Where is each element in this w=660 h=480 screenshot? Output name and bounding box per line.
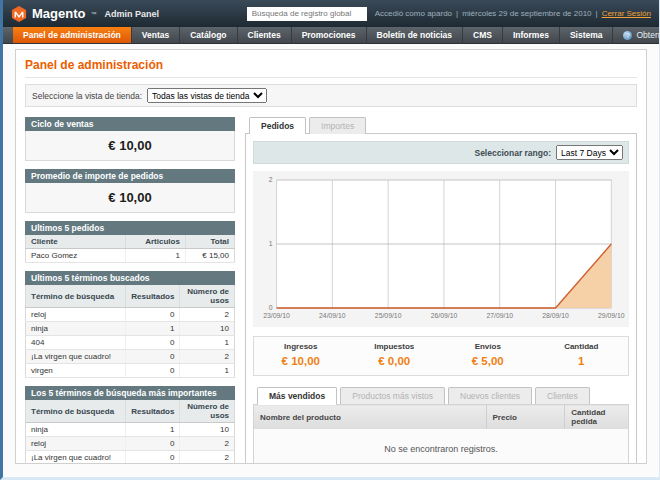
chart-tabs: PedidosImportes xyxy=(245,117,637,134)
tab-mas-vendidos[interactable]: Más vendidos xyxy=(257,387,337,404)
table-cell: Paco Gomez xyxy=(26,249,126,263)
table-cell: 404 xyxy=(26,336,126,350)
average-orders-block: Promedio de importe de pedidos € 10,00 xyxy=(25,169,235,213)
svg-text:28/09/10: 28/09/10 xyxy=(542,312,569,319)
stat-label: Ingresos xyxy=(254,342,348,351)
stat-value: € 10,00 xyxy=(282,355,320,367)
lifetime-sales-value: € 10,00 xyxy=(25,131,235,161)
orders-tab-panel: Seleccionar rango: Last 7 Days 01223/09/… xyxy=(245,133,637,464)
tab-clientes[interactable]: Clientes xyxy=(535,387,590,404)
svg-text:2: 2 xyxy=(269,176,273,183)
nav-item-boletin-de-noticias[interactable]: Boletín de noticias xyxy=(367,27,464,43)
table-row: virgen01 xyxy=(26,364,235,378)
block-title: Ultimos 5 términos buscados xyxy=(25,271,235,285)
table-cell: 0 xyxy=(126,451,180,465)
nav-item-sistema[interactable]: Sistema xyxy=(560,27,614,43)
column-header: Número de usos xyxy=(180,285,235,308)
top-search-table: Término de búsquedaResultadosNúmero de u… xyxy=(25,400,235,464)
stat-ingresos: Ingresos€ 10,00 xyxy=(254,342,348,369)
table-row: ninja110 xyxy=(26,423,235,437)
block-title: Ciclo de ventas xyxy=(25,117,235,131)
totals-bar: Ingresos€ 10,00Impuestos€ 0,00Envíos€ 5,… xyxy=(253,336,629,376)
page-title: Panel de administración xyxy=(25,58,637,78)
table-cell: virgen xyxy=(26,364,126,378)
brand-trademark: ™ xyxy=(90,11,96,17)
main-navigation: Panel de administraciónVentasCatálogoCli… xyxy=(3,27,659,44)
current-date: miércoles 29 de septiembre de 2010 xyxy=(462,9,591,18)
table-row: ¡La virgen que cuadro!02 xyxy=(26,350,235,364)
table-cell: 2 xyxy=(180,437,235,451)
logged-in-as: Accedió como apardo xyxy=(375,9,452,18)
nav-item-promociones[interactable]: Promociones xyxy=(292,27,367,43)
table-row: reloj02 xyxy=(26,308,235,322)
column-header: Total xyxy=(185,235,234,249)
nav-item-panel-de-administracion[interactable]: Panel de administración xyxy=(13,27,132,43)
column-header: Precio xyxy=(486,405,565,430)
table-row: ¡La virgen que cuadro!02 xyxy=(26,451,235,465)
products-grid: Nombre del productoPrecioCantidad pedida… xyxy=(253,404,629,464)
table-cell: 0 xyxy=(126,336,180,350)
stat-cantidad: Cantidad1 xyxy=(535,342,629,369)
table-cell: 1 xyxy=(126,322,180,336)
block-title: Los 5 términos de búsqueda más important… xyxy=(25,386,235,400)
last-search-table: Término de búsquedaResultadosNúmero de u… xyxy=(25,285,235,378)
nav-item-clientes[interactable]: Clientes xyxy=(238,27,292,43)
table-row: reloj02 xyxy=(26,437,235,451)
table-cell: ¡La virgen que cuadro! xyxy=(26,451,126,465)
table-cell: ¡La virgen que cuadro! xyxy=(26,350,126,364)
tab-productos-mas-vistos[interactable]: Productos más vistos xyxy=(340,387,445,404)
table-cell: 2 xyxy=(180,308,235,322)
tab-importes[interactable]: Importes xyxy=(309,117,366,134)
table-cell: 0 xyxy=(126,308,180,322)
help-label: Obtener ayuda para esta página xyxy=(636,30,660,40)
column-header: Nombre del producto xyxy=(254,405,487,430)
nav-item-catalogo[interactable]: Catálogo xyxy=(180,27,237,43)
help-link[interactable]: ? Obtener ayuda para esta página xyxy=(613,27,660,43)
stat-envios: Envíos€ 5,00 xyxy=(441,342,535,369)
block-title: Ultimos 5 pedidos xyxy=(25,221,235,235)
column-header: Término de búsqueda xyxy=(26,285,126,308)
last-orders-block: Ultimos 5 pedidos ClienteArticulosTotalP… xyxy=(25,221,235,263)
logout-link[interactable]: Cerrar Sesión xyxy=(602,9,651,18)
brand-subtitle: Admin Panel xyxy=(104,9,159,19)
store-view-select[interactable]: Todas las vistas de tienda xyxy=(147,88,267,103)
svg-text:1: 1 xyxy=(269,240,273,247)
table-cell: reloj xyxy=(26,437,126,451)
table-cell: 10 xyxy=(180,423,235,437)
column-header: Resultados xyxy=(126,285,180,308)
range-select[interactable]: Last 7 Days xyxy=(556,145,623,160)
last-orders-table: ClienteArticulosTotalPaco Gomez1€ 15,00 xyxy=(25,235,235,263)
stat-label: Envíos xyxy=(441,342,535,351)
content-area: Panel de administración Seleccione la vi… xyxy=(3,44,659,476)
stat-value: 1 xyxy=(578,355,584,367)
table-cell: € 15,00 xyxy=(185,249,234,263)
svg-text:27/09/10: 27/09/10 xyxy=(486,312,513,319)
nav-item-cms[interactable]: CMS xyxy=(463,27,503,43)
tab-nuevos-clientes[interactable]: Nuevos clientes xyxy=(448,387,532,404)
dashboard-card: Panel de administración Seleccione la vi… xyxy=(15,49,647,464)
stat-label: Cantidad xyxy=(535,342,629,351)
nav-item-informes[interactable]: Informes xyxy=(503,27,560,43)
stat-value: € 5,00 xyxy=(472,355,504,367)
svg-text:24/09/10: 24/09/10 xyxy=(319,312,346,319)
magento-admin-window: Magento™ Admin Panel Accedió como apardo… xyxy=(0,0,660,480)
user-info: Accedió como apardo | miércoles 29 de se… xyxy=(375,9,651,18)
orders-area-chart: 01223/09/1024/09/1025/09/1026/09/1027/09… xyxy=(255,174,627,326)
svg-text:29/09/10: 29/09/10 xyxy=(598,312,625,319)
table-row: 40401 xyxy=(26,336,235,350)
nav-items: Panel de administraciónVentasCatálogoCli… xyxy=(13,27,613,43)
orders-chart-container: 01223/09/1024/09/1025/09/1026/09/1027/09… xyxy=(253,171,629,327)
svg-text:23/09/10: 23/09/10 xyxy=(263,312,290,319)
column-header: Término de búsqueda xyxy=(26,400,126,423)
range-bar: Seleccionar rango: Last 7 Days xyxy=(253,141,629,164)
column-header: Cliente xyxy=(26,235,126,249)
lifetime-sales-block: Ciclo de ventas € 10,00 xyxy=(25,117,235,161)
column-header: Cantidad pedida xyxy=(565,405,629,430)
stat-impuestos: Impuestos€ 0,00 xyxy=(348,342,442,369)
nav-item-ventas[interactable]: Ventas xyxy=(132,27,180,43)
tab-pedidos[interactable]: Pedidos xyxy=(249,117,306,134)
global-search-input[interactable] xyxy=(247,7,367,21)
store-view-bar: Seleccione la vista de tienda: Todas las… xyxy=(25,84,637,107)
top-header: Magento™ Admin Panel Accedió como apardo… xyxy=(3,0,659,27)
stat-label: Impuestos xyxy=(348,342,442,351)
